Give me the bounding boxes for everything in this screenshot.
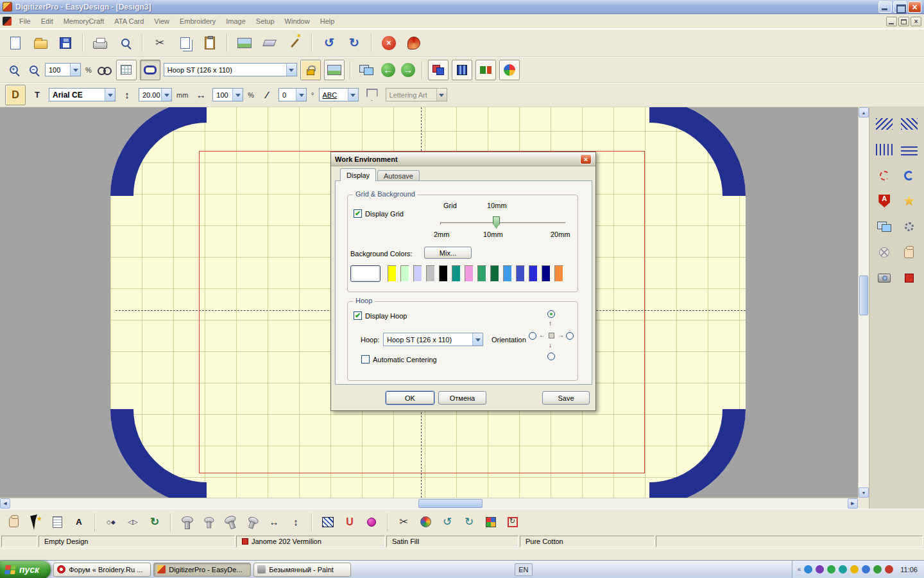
grid-size-slider-track[interactable]	[440, 222, 566, 225]
menu-window[interactable]: Window	[280, 15, 315, 27]
weave-fill-tool[interactable]	[873, 139, 895, 160]
fill-stitch-tool[interactable]	[320, 514, 336, 530]
stop-frame-tool[interactable]	[898, 268, 920, 288]
select-edit-tool[interactable]	[27, 514, 44, 530]
tab-autosave[interactable]: Autosave	[377, 170, 420, 181]
orientation-right-radio[interactable]	[566, 332, 574, 340]
menu-embroidery[interactable]: Embroidery	[175, 15, 221, 27]
scroll-right-button[interactable]: ▶	[848, 498, 858, 509]
orientation-bottom-radio[interactable]	[547, 353, 555, 360]
chevron-down-icon[interactable]	[70, 64, 80, 76]
letter-height-combo[interactable]: 20.00	[139, 88, 172, 101]
mirror-tool[interactable]	[124, 514, 141, 530]
chevron-down-icon[interactable]	[286, 64, 296, 76]
dialog-hoop-combo[interactable]: Hoop ST (126 x 110)	[383, 333, 483, 346]
mix-colors-button[interactable]: Mix...	[424, 247, 472, 259]
rotate-ccw-tool[interactable]	[439, 514, 456, 530]
easy-design-button[interactable]	[404, 33, 424, 53]
taskbar-task-digitizer[interactable]: DigitizerPro - EasyDe...	[153, 563, 251, 577]
compare-colors-button[interactable]	[475, 60, 496, 80]
monogram-shield-button[interactable]	[362, 85, 382, 105]
save-button[interactable]	[55, 33, 76, 53]
chevron-down-icon[interactable]	[472, 333, 483, 346]
menu-view[interactable]: View	[149, 15, 175, 27]
insert-image-button[interactable]	[234, 33, 255, 53]
language-indicator[interactable]: EN	[515, 563, 533, 576]
automatic-centering-checkbox[interactable]	[361, 355, 370, 363]
taskbar-task-paint[interactable]: Безымянный - Paint	[253, 563, 351, 577]
rotate-frame-tool[interactable]	[504, 514, 521, 530]
lettering-tool[interactable]	[71, 514, 87, 530]
back-button[interactable]	[380, 62, 397, 78]
display-hoop-checkbox[interactable]	[354, 311, 362, 320]
scroll-down-button[interactable]: ▼	[859, 487, 869, 498]
chevron-down-icon[interactable]	[232, 89, 243, 101]
zoom-level-combo[interactable]: 100	[45, 63, 81, 76]
color-swatch-13[interactable]	[542, 265, 551, 282]
color-swatch-8[interactable]	[477, 265, 486, 282]
tray-icon-4[interactable]	[839, 565, 847, 574]
column-shape-tool-1[interactable]	[178, 514, 195, 530]
letter-height-button[interactable]	[119, 87, 135, 103]
color-swatch-11[interactable]	[516, 265, 525, 282]
menu-ata-card[interactable]: ATA Card	[109, 15, 149, 27]
print-preview-button[interactable]	[115, 33, 135, 53]
cancel-button[interactable]: Отмена	[438, 391, 486, 405]
spacing-horizontal-tool[interactable]	[266, 514, 282, 530]
trim-tool[interactable]	[395, 514, 412, 530]
overlap-objects-button[interactable]	[428, 60, 449, 80]
menu-file[interactable]: File	[14, 15, 36, 27]
display-grid-checkbox[interactable]	[354, 209, 362, 218]
tray-icon-1[interactable]	[804, 565, 812, 574]
tab-display[interactable]: Display	[340, 168, 376, 181]
mdi-close-button[interactable]: ×	[911, 17, 921, 26]
tray-chevron-icon[interactable]: «	[798, 566, 801, 573]
stop-button[interactable]: ×	[379, 33, 399, 53]
menu-setup[interactable]: Setup	[251, 15, 280, 27]
send-to-machine-button[interactable]	[356, 60, 377, 80]
new-button[interactable]	[5, 33, 26, 53]
digitizer-brand-button[interactable]	[5, 85, 26, 105]
color-swatch-14[interactable]	[554, 265, 563, 282]
selected-color-swatch[interactable]	[350, 265, 381, 282]
color-swatch-6[interactable]	[452, 265, 461, 282]
tray-icon-5[interactable]	[850, 565, 859, 574]
view-mode-button[interactable]	[96, 62, 113, 78]
menu-help[interactable]: Help	[315, 15, 340, 27]
mdi-minimize-button[interactable]	[886, 17, 897, 26]
menu-image[interactable]: Image	[221, 15, 251, 27]
color-swatch-2[interactable]	[400, 265, 409, 282]
thread-yarn-tool[interactable]	[873, 242, 895, 263]
eraser-button[interactable]	[259, 33, 280, 53]
mdi-restore-button[interactable]	[898, 17, 909, 26]
hoop-toggle-button[interactable]	[140, 60, 160, 80]
thread-colors-tool[interactable]	[483, 514, 499, 530]
chevron-down-icon[interactable]	[105, 89, 115, 101]
horizontal-scrollbar[interactable]: ◀ ▶	[0, 498, 858, 509]
color-swatch-3[interactable]	[413, 265, 422, 282]
menu-memorycraft[interactable]: MemoryCraft	[58, 15, 110, 27]
close-button[interactable]	[908, 1, 921, 13]
run-stitch-tool[interactable]	[873, 165, 895, 186]
taskbar-task-browser[interactable]: Форум « Broidery.Ru ...	[53, 563, 151, 577]
scroll-up-button[interactable]: ▲	[859, 107, 869, 118]
applique-tool[interactable]	[898, 191, 920, 211]
magnet-tool[interactable]	[341, 514, 358, 530]
motif-run-tool[interactable]	[873, 114, 895, 134]
save-settings-button[interactable]: Save	[542, 391, 590, 405]
orientation-left-radio[interactable]	[529, 332, 536, 340]
orientation-top-radio[interactable]	[547, 310, 555, 318]
slant-combo[interactable]: 0	[278, 88, 307, 101]
font-type-button[interactable]	[29, 87, 46, 103]
thread-chart-button[interactable]	[499, 60, 520, 80]
column-shape-tool-2[interactable]	[200, 514, 217, 530]
pan-tool[interactable]	[5, 514, 22, 530]
zoom-in-button[interactable]: +	[5, 62, 22, 78]
chevron-down-icon[interactable]	[436, 89, 447, 101]
column-shape-tool-3[interactable]	[222, 514, 239, 530]
color-swatch-12[interactable]	[529, 265, 538, 282]
start-button[interactable]: пуск	[0, 561, 51, 578]
open-button[interactable]	[30, 33, 51, 53]
vertical-scroll-thumb[interactable]	[859, 276, 868, 315]
snapshot-tool[interactable]	[873, 268, 895, 288]
